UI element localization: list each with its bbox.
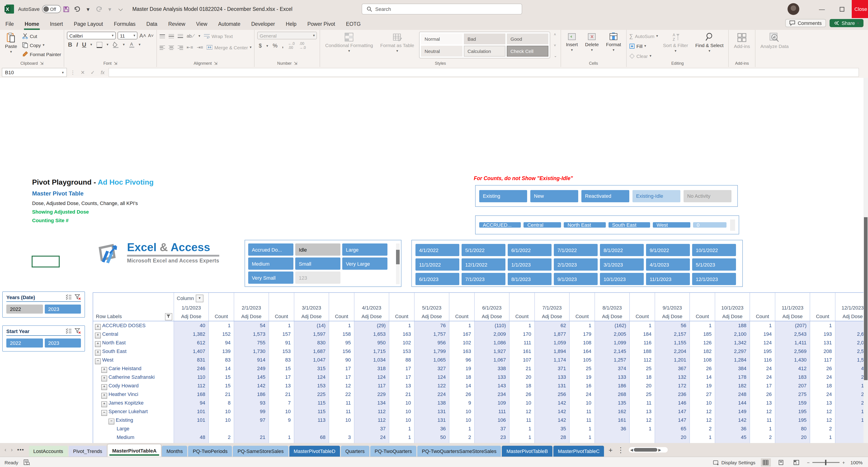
pivot-cell[interactable]: 2,543 bbox=[775, 330, 810, 339]
sheet-tab-pq-samestoresales[interactable]: PQ-SameStoreSales bbox=[233, 446, 288, 457]
avatar[interactable] bbox=[787, 3, 799, 15]
pivot-cell[interactable]: 80 bbox=[775, 425, 810, 433]
pivot-cell[interactable]: 115 bbox=[294, 399, 329, 407]
expand-icon[interactable]: + bbox=[95, 350, 101, 356]
cell-style-check-cell[interactable]: Check Cell bbox=[507, 46, 548, 57]
slicer-button-west[interactable]: West bbox=[653, 222, 690, 228]
pivot-cell[interactable]: Adj Dose bbox=[414, 312, 450, 321]
orientation-icon[interactable]: ab⟋ bbox=[187, 33, 195, 39]
pivot-cell[interactable]: 18 bbox=[450, 373, 475, 381]
pivot-cell[interactable]: 88 bbox=[389, 356, 414, 364]
pivot-cell[interactable]: 94 bbox=[174, 399, 209, 407]
slicer-button-date-7-1-2023[interactable]: 7/1/2023 bbox=[462, 273, 505, 285]
pivot-cell[interactable]: 1 bbox=[269, 433, 294, 442]
redo-dropdown[interactable]: ▾ bbox=[104, 4, 115, 14]
clipboard-dialog-launcher[interactable]: ⇲ bbox=[40, 61, 43, 66]
ribbon-tab-data[interactable]: Data bbox=[141, 18, 163, 30]
pivot-cell[interactable]: 318 bbox=[354, 364, 389, 373]
row-labels-filter-icon[interactable] bbox=[165, 313, 172, 320]
pivot-cell[interactable]: 1,411 bbox=[775, 339, 810, 347]
find-select-button[interactable]: Find & Select▾ bbox=[693, 32, 726, 54]
pivot-cell[interactable]: 1,894 bbox=[535, 347, 569, 356]
pivot-cell[interactable]: 225 bbox=[294, 390, 329, 399]
sheet-tab-masterpivottabled[interactable]: MasterPivotTableD bbox=[289, 446, 340, 457]
pivot-cell[interactable]: 152 bbox=[209, 330, 234, 339]
pivot-cell[interactable]: Count bbox=[750, 312, 775, 321]
pivot-cell[interactable]: 158 bbox=[329, 330, 354, 339]
sheet-nav-more-icon[interactable]: ••• bbox=[17, 447, 24, 453]
zoom-out-icon[interactable]: − bbox=[807, 460, 810, 465]
pivot-cell[interactable]: 167 bbox=[450, 330, 475, 339]
slicer-button-date-12-1-2022[interactable]: 12/1/2022 bbox=[462, 258, 505, 271]
pivot-cell[interactable]: 1,065 bbox=[414, 356, 450, 364]
start-year-button-2023[interactable]: 2023 bbox=[44, 339, 81, 348]
pivot-cell[interactable]: 371 bbox=[535, 364, 569, 373]
pivot-cell[interactable]: 17 bbox=[835, 416, 868, 425]
slicer-button-date-11-1-2023[interactable]: 11/1/2023 bbox=[646, 273, 690, 285]
pivot-cell[interactable]: 1 bbox=[209, 321, 234, 330]
pivot-cell[interactable] bbox=[715, 293, 750, 304]
align-top-icon[interactable] bbox=[160, 34, 165, 38]
pivot-cell[interactable]: Adj Dose bbox=[294, 312, 329, 321]
pivot-cell[interactable]: 11 bbox=[509, 416, 535, 425]
slicer-button-reactivated[interactable]: Reactivated bbox=[581, 190, 629, 202]
slicer-button-date-1-1-2023[interactable]: 1/1/2023 bbox=[508, 258, 552, 271]
pivot-cell[interactable]: 1,715 bbox=[354, 347, 389, 356]
ribbon-tab-developer[interactable]: Developer bbox=[246, 18, 281, 30]
worksheet[interactable]: Pivot Playground - Ad Hoc Pivoting Maste… bbox=[0, 78, 868, 443]
slicer-button-date-5-1-2022[interactable]: 5/1/2022 bbox=[462, 244, 505, 256]
pivot-cell[interactable]: 12 bbox=[509, 407, 535, 416]
display-settings-button[interactable]: Display Settings bbox=[713, 460, 755, 465]
pivot-cell[interactable]: 18 bbox=[630, 373, 655, 381]
expand-icon[interactable]: + bbox=[101, 401, 107, 407]
pivot-cell[interactable]: 1 bbox=[750, 321, 775, 330]
slicer-button-date-6-1-2022[interactable]: 6/1/2022 bbox=[508, 244, 552, 256]
sheet-tab-pq-twoquarterssamestoresales[interactable]: PQ-TwoQuartersSameStoreSales bbox=[417, 446, 501, 457]
pivot-cell[interactable]: 161 bbox=[595, 416, 630, 425]
pivot-cell[interactable]: 2,297 bbox=[715, 347, 750, 356]
sheet-tab-masterpivottablea[interactable]: MasterPivotTableA bbox=[107, 444, 161, 457]
pivot-cell[interactable]: 36 bbox=[595, 425, 630, 433]
pivot-cell[interactable]: 107 bbox=[509, 356, 535, 364]
pivot-cell[interactable]: 1,155 bbox=[655, 339, 690, 347]
pivot-cell[interactable]: 15 bbox=[269, 364, 294, 373]
pivot-cell[interactable]: 24 bbox=[810, 373, 835, 381]
pivot-cell[interactable]: −Spencer Lukehart bbox=[93, 407, 174, 416]
pivot-cell[interactable]: 144 bbox=[715, 399, 750, 407]
align-right-icon[interactable] bbox=[178, 45, 183, 50]
pivot-cell[interactable]: Adj Dose bbox=[354, 312, 389, 321]
pivot-cell[interactable]: 24 bbox=[810, 390, 835, 399]
minimize-button[interactable]: — bbox=[812, 0, 832, 18]
pivot-cell[interactable]: 1,034 bbox=[354, 356, 389, 364]
pivot-cell[interactable]: 3 bbox=[329, 433, 354, 442]
pivot-cell[interactable] bbox=[294, 425, 329, 433]
horizontal-scrollbar[interactable]: ◀▶ bbox=[629, 447, 668, 453]
pivot-cell[interactable]: 112 bbox=[354, 407, 389, 416]
pivot-cell[interactable]: 195 bbox=[775, 416, 810, 425]
pivot-cell[interactable]: 9 bbox=[835, 425, 868, 433]
pivot-cell[interactable] bbox=[569, 293, 595, 304]
slicer-button-date-2-1-2023[interactable]: 2/1/2023 bbox=[554, 258, 598, 271]
pivot-cell[interactable]: 374 bbox=[595, 364, 630, 373]
pivot-cell[interactable]: 99 bbox=[234, 407, 269, 416]
pivot-cell[interactable] bbox=[810, 304, 835, 312]
formula-input[interactable] bbox=[108, 68, 859, 77]
pivot-cell[interactable]: 147 bbox=[655, 416, 690, 425]
years-button-2022[interactable]: 2022 bbox=[6, 304, 43, 314]
pivot-cell[interactable]: 1,047 bbox=[294, 356, 329, 364]
zoom-in-icon[interactable]: + bbox=[842, 460, 845, 465]
pivot-cell[interactable]: 101 bbox=[174, 407, 209, 416]
alignment-dialog-launcher[interactable]: ⇲ bbox=[214, 61, 217, 66]
pivot-cell[interactable]: 17 bbox=[389, 373, 414, 381]
pivot-cell[interactable]: 1,174 bbox=[535, 356, 569, 364]
pivot-cell[interactable]: 3/1/2023 bbox=[294, 304, 329, 312]
pivot-cell[interactable]: 207 bbox=[775, 381, 810, 390]
pivot-cell[interactable]: 9 bbox=[450, 399, 475, 407]
pivot-cell[interactable] bbox=[294, 293, 329, 304]
pivot-cell[interactable]: 131 bbox=[414, 407, 450, 416]
pivot-cell[interactable]: 1,927 bbox=[475, 347, 509, 356]
slicer-button-new[interactable]: New bbox=[530, 190, 578, 202]
pivot-cell[interactable]: 149 bbox=[715, 407, 750, 416]
autosave-toggle[interactable]: AutoSave Off bbox=[18, 5, 61, 13]
pivot-cell[interactable]: 20 bbox=[630, 381, 655, 390]
